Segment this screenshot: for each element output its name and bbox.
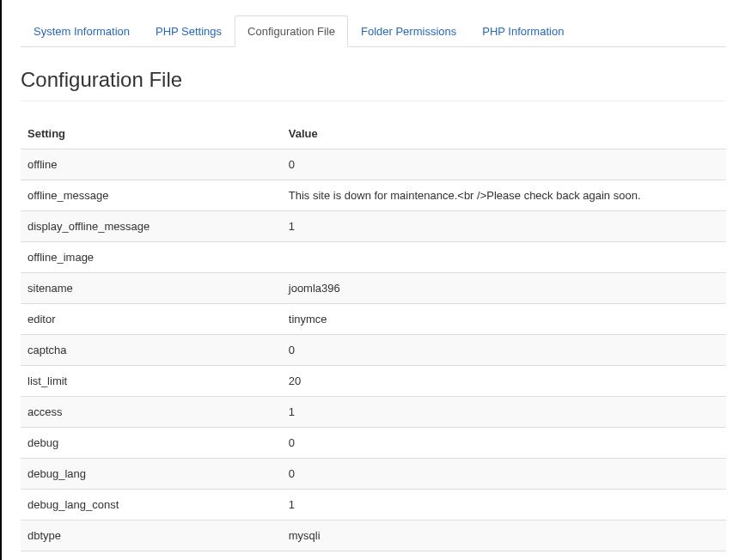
setting-name: debug [21,428,282,459]
table-row: offline_image [21,242,726,273]
table-row: debug0 [21,428,726,459]
table-row: offline_messageThis site is down for mai… [21,180,726,211]
tab-php-information[interactable]: PHP Information [469,15,577,47]
table-row: sitenamejoomla396 [21,273,726,304]
setting-value [282,242,726,273]
tab-php-settings[interactable]: PHP Settings [143,15,235,47]
setting-value: 1 [282,490,726,520]
setting-value: This site is down for maintenance.<br />… [282,180,726,211]
table-row: list_limit20 [21,366,726,397]
setting-name: captcha [21,335,282,366]
tab-configuration-file[interactable]: Configuration File [235,15,348,47]
setting-value: 1 [282,211,726,242]
table-row: debug_lang0 [21,459,726,490]
setting-name: editor [21,304,282,335]
setting-name: debug_lang_const [21,490,282,520]
table-row: captcha0 [21,335,726,366]
page-title: Configuration File [21,68,726,92]
setting-name: offline_image [21,242,282,273]
setting-name: offline_message [21,180,282,211]
setting-value: xxxxxx [282,551,726,561]
table-row: debug_lang_const1 [21,490,726,520]
table-row: hostxxxxxx [21,551,726,561]
configuration-table-body: offline0offline_messageThis site is down… [21,149,726,561]
table-header-value: Value [282,119,726,149]
setting-value: tinymce [282,304,726,335]
setting-name: list_limit [21,366,282,397]
setting-value: 0 [282,428,726,459]
page-header: Configuration File [21,68,726,101]
tabs-bar: System InformationPHP SettingsConfigurat… [21,15,726,47]
configuration-table: Setting Value offline0offline_messageThi… [21,119,726,560]
table-row: editortinymce [21,304,726,335]
table-row: dbtypemysqli [21,520,726,551]
setting-name: dbtype [21,520,282,551]
setting-value: joomla396 [282,273,726,304]
setting-name: host [21,551,282,561]
setting-name: access [21,397,282,428]
tab-system-information[interactable]: System Information [21,15,143,47]
setting-name: offline [21,149,282,180]
setting-value: 20 [282,366,726,397]
table-row: offline0 [21,149,726,180]
table-row: display_offline_message1 [21,211,726,242]
table-row: access1 [21,397,726,428]
setting-value: 0 [282,149,726,180]
setting-value: 0 [282,335,726,366]
setting-value: mysqli [282,520,726,551]
tab-folder-permissions[interactable]: Folder Permissions [348,15,469,47]
setting-value: 1 [282,397,726,428]
table-header-setting: Setting [21,119,282,149]
setting-name: display_offline_message [21,211,282,242]
setting-value: 0 [282,459,726,490]
setting-name: debug_lang [21,459,282,490]
setting-name: sitename [21,273,282,304]
